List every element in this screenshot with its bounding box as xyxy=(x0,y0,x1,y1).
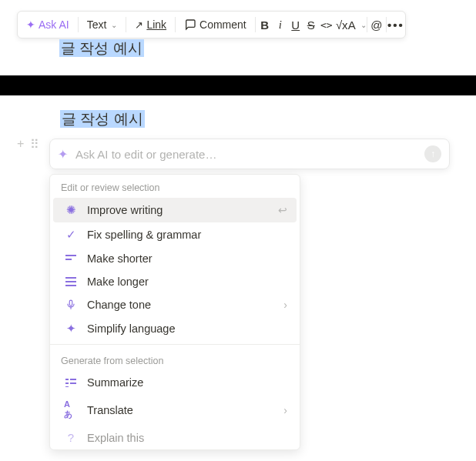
menu-label: Summarize xyxy=(87,376,287,389)
bold-label: B xyxy=(260,18,269,32)
long-lines-icon xyxy=(64,276,78,287)
submit-button[interactable]: ↑ xyxy=(424,145,441,162)
chevron-down-icon: ⌄ xyxy=(360,21,367,29)
selected-text-top[interactable]: 글 작성 예시 xyxy=(59,39,144,57)
menu-item-improve-writing[interactable]: ✺ Improve writing ↩ xyxy=(53,198,297,222)
strike-button[interactable]: S xyxy=(304,14,318,35)
menu-item-change-tone[interactable]: Change tone › xyxy=(53,293,297,316)
mention-label: @ xyxy=(370,18,382,32)
sparkle-icon: ✦ xyxy=(58,147,68,162)
menu-section-edit-header: Edit or review selection xyxy=(50,175,300,198)
menu-label: Fix spelling & grammar xyxy=(87,229,287,241)
color-dropdown[interactable]: A ⌄ xyxy=(350,14,364,35)
summarize-icon xyxy=(64,378,78,387)
text-style-label: Text xyxy=(87,18,107,31)
menu-item-make-longer[interactable]: Make longer xyxy=(53,270,297,293)
more-button[interactable]: ••• xyxy=(389,14,403,35)
menu-label: Change tone xyxy=(87,299,274,311)
italic-label: i xyxy=(279,18,282,32)
color-label: A xyxy=(348,18,356,32)
enter-icon: ↩ xyxy=(278,204,287,216)
sparkle-icon: ✦ xyxy=(26,18,35,31)
toolbar-separator xyxy=(78,17,79,32)
toolbar-separator xyxy=(255,17,256,32)
chevron-right-icon: › xyxy=(283,404,287,416)
menu-item-fix-spelling[interactable]: ✓ Fix spelling & grammar xyxy=(53,222,297,247)
selected-text-bottom[interactable]: 글 작성 예시 xyxy=(60,110,145,128)
translate-icon: Aあ xyxy=(64,399,78,420)
strike-label: S xyxy=(307,18,315,32)
mention-button[interactable]: @ xyxy=(370,14,384,35)
bold-button[interactable]: B xyxy=(258,14,272,35)
menu-item-summarize[interactable]: Summarize xyxy=(53,371,297,394)
link-label: Link xyxy=(146,18,166,31)
ai-prompt-placeholder: Ask AI to edit or generate… xyxy=(75,148,417,161)
link-button[interactable]: ↗ Link xyxy=(129,14,173,35)
ask-ai-label: Ask AI xyxy=(39,18,69,31)
menu-label: Simplify language xyxy=(87,322,287,335)
magic-icon: ✺ xyxy=(64,203,78,217)
underline-label: U xyxy=(291,18,300,32)
arrow-northeast-icon: ↗ xyxy=(135,19,143,31)
text-style-dropdown[interactable]: Text ⌄ xyxy=(81,14,124,35)
microphone-icon xyxy=(64,299,78,311)
toolbar-separator xyxy=(386,17,387,32)
code-label: <> xyxy=(320,19,333,31)
speech-bubble-icon xyxy=(184,18,196,31)
svg-rect-5 xyxy=(69,300,72,306)
menu-item-simplify[interactable]: ✦ Simplify language xyxy=(53,316,297,341)
italic-button[interactable]: i xyxy=(273,14,287,35)
underline-button[interactable]: U xyxy=(289,14,303,35)
comment-button[interactable]: Comment xyxy=(178,14,253,35)
menu-label: Explain this xyxy=(87,432,287,444)
check-icon: ✓ xyxy=(64,228,78,242)
menu-label: Translate xyxy=(87,404,274,416)
toolbar-separator xyxy=(175,17,176,32)
menu-item-explain[interactable]: ? Explain this xyxy=(53,426,297,449)
sparkle-icon: ✦ xyxy=(64,322,78,336)
floating-toolbar: ✦ Ask AI Text ⌄ ↗ Link Comment B i xyxy=(17,11,406,38)
menu-label: Make shorter xyxy=(87,252,287,265)
arrow-up-icon: ↑ xyxy=(431,149,435,159)
menu-item-make-shorter[interactable]: Make shorter xyxy=(53,247,297,270)
drag-handle-icon[interactable]: ⠿ xyxy=(30,137,39,152)
chevron-right-icon: › xyxy=(283,299,287,311)
menu-item-translate[interactable]: Aあ Translate › xyxy=(53,394,297,426)
image-separator xyxy=(0,75,476,95)
ai-prompt-bar[interactable]: ✦ Ask AI to edit or generate… ↑ xyxy=(49,139,450,169)
menu-section-generate-header: Generate from selection xyxy=(50,348,300,371)
equation-label: √x xyxy=(336,18,348,32)
toolbar-separator xyxy=(367,17,367,32)
more-label: ••• xyxy=(387,18,404,32)
equation-button[interactable]: √x xyxy=(335,14,349,35)
ai-menu: Edit or review selection ✺ Improve writi… xyxy=(49,174,300,450)
question-icon: ? xyxy=(64,431,78,444)
add-block-button[interactable]: + xyxy=(17,137,24,152)
menu-divider xyxy=(50,344,300,345)
menu-label: Improve writing xyxy=(87,204,269,216)
code-button[interactable]: <> xyxy=(320,14,334,35)
comment-label: Comment xyxy=(199,18,246,31)
chevron-down-icon: ⌄ xyxy=(111,21,117,29)
block-gutter: + ⠿ xyxy=(17,137,39,152)
menu-label: Make longer xyxy=(87,276,287,288)
toolbar-separator xyxy=(126,17,126,32)
short-lines-icon xyxy=(64,254,78,263)
ask-ai-button[interactable]: ✦ Ask AI xyxy=(20,14,75,35)
